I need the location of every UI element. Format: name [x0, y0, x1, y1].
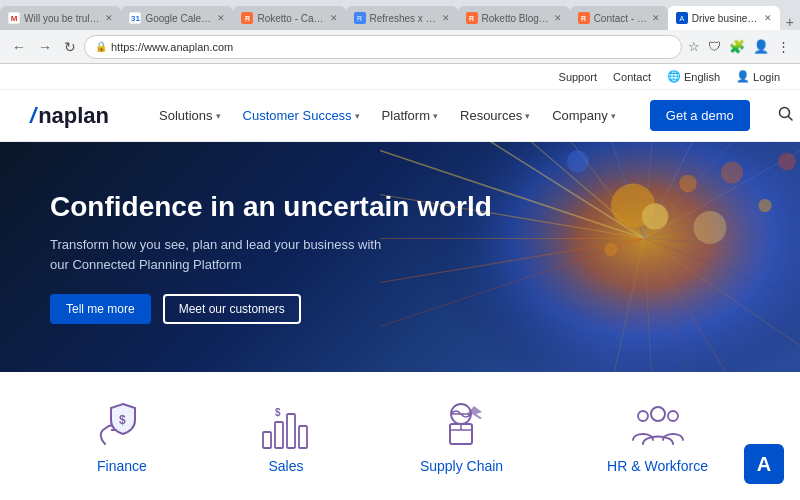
tab-favicon-roketto-blog: R [466, 12, 478, 24]
svg-line-1 [788, 116, 792, 120]
nav-platform[interactable]: Platform ▾ [372, 102, 448, 129]
nav-customer-success-chevron: ▾ [355, 111, 360, 121]
contact-link[interactable]: Contact [613, 71, 651, 83]
nav-resources-chevron: ▾ [525, 111, 530, 121]
website-content: Support Contact 🌐 English 👤 Login / napl… [0, 64, 800, 500]
tab-gcal[interactable]: 31 Google Calendar - Wee... ✕ [121, 6, 233, 30]
tab-favicon-gmail: M [8, 12, 20, 24]
forward-button[interactable]: → [34, 37, 56, 57]
nav-platform-chevron: ▾ [433, 111, 438, 121]
tab-label-roketto-cal: Roketto - Calendar - 4... [257, 13, 325, 24]
nav-company-label: Company [552, 108, 608, 123]
tab-close-anaplan[interactable]: ✕ [764, 13, 772, 23]
nav-resources[interactable]: Resources ▾ [450, 102, 540, 129]
solutions-section: $ Finance $ [0, 372, 800, 500]
meet-customers-button[interactable]: Meet our customers [163, 294, 301, 324]
language-selector[interactable]: 🌐 English [667, 70, 720, 83]
hr-workforce-icon [628, 400, 688, 450]
solution-item-hr-workforce[interactable]: HR & Workforce [607, 400, 708, 474]
menu-icon[interactable]: ⋮ [775, 37, 792, 56]
svg-point-31 [567, 151, 589, 173]
svg-text:$: $ [275, 407, 281, 418]
extensions-icon[interactable]: 🧩 [727, 37, 747, 56]
tab-roketto-blog[interactable]: R Roketto Blog Refresh #... ✕ [458, 6, 570, 30]
utility-bar: Support Contact 🌐 English 👤 Login [0, 64, 800, 90]
get-demo-button[interactable]: Get a demo [650, 100, 750, 131]
tab-label-anaplan: Drive business performan... [692, 13, 760, 24]
profile-icon[interactable]: 👤 [751, 37, 771, 56]
hero-section: Confidence in an uncertain world Transfo… [0, 142, 800, 372]
nav-links: Solutions ▾ Customer Success ▾ Platform … [149, 102, 626, 129]
shield-icon[interactable]: 🛡 [706, 37, 723, 56]
tab-label-refreshes: Refreshes x 10 | #860cl... [370, 13, 438, 24]
nav-company[interactable]: Company ▾ [542, 102, 626, 129]
finance-icon: $ [92, 400, 152, 450]
supply-chain-icon [432, 400, 492, 450]
login-button[interactable]: 👤 Login [736, 70, 780, 83]
address-bar[interactable]: 🔒 https://www.anaplan.com [84, 35, 682, 59]
nav-resources-label: Resources [460, 108, 522, 123]
svg-point-30 [778, 153, 796, 171]
tab-label-gcal: Google Calendar - Wee... [145, 13, 213, 24]
bookmark-icon[interactable]: ☆ [686, 37, 702, 56]
svg-rect-37 [299, 426, 307, 448]
sales-label: Sales [268, 458, 303, 474]
hero-title: Confidence in an uncertain world [50, 190, 492, 224]
hr-workforce-label: HR & Workforce [607, 458, 708, 474]
tab-refreshes[interactable]: R Refreshes x 10 | #860cl... ✕ [346, 6, 458, 30]
browser-actions: ☆ 🛡 🧩 👤 ⋮ [686, 37, 792, 56]
tab-label-gmail: Will you be truly free in ☆ [24, 13, 101, 24]
tab-contact[interactable]: R Contact - Roketto ✕ [570, 6, 668, 30]
globe-icon: 🌐 [667, 70, 681, 83]
tab-close-contact[interactable]: ✕ [652, 13, 660, 23]
login-label: Login [753, 71, 780, 83]
svg-rect-35 [275, 422, 283, 448]
tab-gmail[interactable]: M Will you be truly free in ☆ ✕ [0, 6, 121, 30]
fab-button[interactable]: A [744, 444, 784, 484]
tab-favicon-roketto-cal: R [241, 12, 253, 24]
logo-slash: / [30, 103, 36, 129]
solution-item-sales[interactable]: $ Sales [256, 400, 316, 474]
nav-customer-success[interactable]: Customer Success ▾ [233, 102, 370, 129]
language-label: English [684, 71, 720, 83]
svg-point-32 [604, 243, 617, 256]
search-icon [778, 106, 794, 122]
tab-favicon-refreshes: R [354, 12, 366, 24]
solution-item-supply-chain[interactable]: Supply Chain [420, 400, 503, 474]
search-button[interactable] [774, 102, 798, 130]
svg-point-28 [721, 162, 743, 184]
tab-bar: M Will you be truly free in ☆ ✕ 31 Googl… [0, 0, 800, 30]
tab-close-gcal[interactable]: ✕ [217, 13, 225, 23]
user-icon: 👤 [736, 70, 750, 83]
main-navigation: / naplan Solutions ▾ Customer Success ▾ … [0, 90, 800, 142]
svg-rect-36 [287, 414, 295, 448]
anaplan-logo[interactable]: / naplan [30, 103, 109, 129]
new-tab-button[interactable]: + [780, 14, 800, 30]
tell-me-more-button[interactable]: Tell me more [50, 294, 151, 324]
svg-text:$: $ [119, 413, 126, 427]
solution-item-finance[interactable]: $ Finance [92, 400, 152, 474]
ssl-lock-icon: 🔒 [95, 41, 107, 52]
support-link[interactable]: Support [559, 71, 598, 83]
tab-favicon-gcal: 31 [129, 12, 141, 24]
tab-close-gmail[interactable]: ✕ [105, 13, 113, 23]
supply-chain-label: Supply Chain [420, 458, 503, 474]
svg-point-26 [679, 175, 697, 193]
svg-point-27 [694, 211, 727, 244]
tab-close-refreshes[interactable]: ✕ [442, 13, 450, 23]
hero-buttons: Tell me more Meet our customers [50, 294, 492, 324]
nav-solutions-label: Solutions [159, 108, 212, 123]
tab-anaplan[interactable]: A Drive business performan... ✕ [668, 6, 780, 30]
back-button[interactable]: ← [8, 37, 30, 57]
reload-button[interactable]: ↻ [60, 37, 80, 57]
nav-solutions[interactable]: Solutions ▾ [149, 102, 230, 129]
sales-icon: $ [256, 400, 316, 450]
nav-company-chevron: ▾ [611, 111, 616, 121]
fab-label: A [757, 453, 771, 476]
tab-close-roketto-cal[interactable]: ✕ [330, 13, 338, 23]
hero-subtitle: Transform how you see, plan and lead you… [50, 235, 390, 274]
tab-roketto-cal[interactable]: R Roketto - Calendar - 4... ✕ [233, 6, 345, 30]
tab-favicon-anaplan: A [676, 12, 688, 24]
tab-close-roketto-blog[interactable]: ✕ [554, 13, 562, 23]
nav-customer-success-label: Customer Success [243, 108, 352, 123]
